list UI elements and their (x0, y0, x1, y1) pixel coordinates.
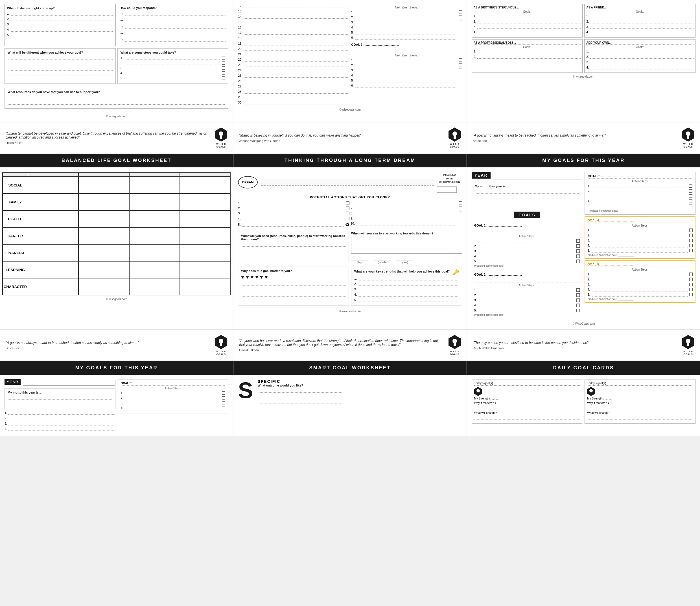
g3-cb-4 (459, 74, 462, 77)
completion-4: Predicted completion date: ___________ (587, 254, 693, 256)
brother-panel: AS A BROTHER/SISTER/UNCLE... Goals: 1. 2… (472, 4, 583, 38)
obstacles-title: What obstacles might come up? (7, 6, 113, 10)
smart-specific-content: SPECIFIC What outcome would you like? (258, 379, 342, 405)
heart-1: ♥ (241, 274, 244, 280)
checkbox-2 (222, 61, 225, 65)
num-19: 19. (238, 42, 349, 45)
g3-cb-6 (459, 84, 462, 87)
nbs-6: 6. (351, 36, 462, 40)
top-left-panel: What obstacles might come up? 1. 2. 3. 4… (0, 0, 233, 122)
wise-logo-text-q2-middle: W I S EGOALS (450, 350, 459, 355)
arrow-icon-2: → (120, 18, 124, 23)
bottom-year-row: YEAR (4, 379, 115, 387)
svg-point-12 (476, 389, 480, 392)
svg-rect-3 (454, 136, 456, 139)
nbs-cb-5 (459, 31, 462, 34)
dream-input-line[interactable] (261, 179, 434, 186)
quote-right-text: "A goal is not always meant to be reache… (473, 134, 606, 137)
strengths-label-2: My Strengths ......... (587, 397, 612, 400)
steps-title: What are some steps you could take? (120, 51, 226, 54)
obstacle-4: 4. (7, 28, 113, 31)
right-copyright: © wisegoals.com (472, 75, 696, 78)
top-middle-panel: 12. 13. 14. 15. 16. 17. 18. 19. 20. 21. … (233, 0, 466, 122)
bottom-goals-left: YEAR My motto this year is... 1. 2. 3. 4… (4, 379, 115, 432)
nbs-cb-2 (459, 16, 462, 19)
goal5-block: GOAL 5: ................................… (585, 260, 696, 303)
action-steps-3: Action Steps: (588, 180, 692, 183)
quote-left-author: Helen Keller (6, 141, 210, 144)
nbs-3: 3. (351, 20, 462, 24)
blg-career-1 (28, 227, 78, 244)
blg-social-3 (129, 177, 180, 193)
nbs-cb-3 (459, 21, 462, 24)
potential-left: 1. 2. 3. 4. 5. ✿ (238, 201, 349, 229)
checkbox-3 (222, 66, 225, 70)
blg-col3 (129, 173, 180, 177)
year-input[interactable] (493, 173, 583, 180)
balanced-life-content: WISE GOALS SOCIAL FAMILY (0, 168, 233, 303)
why-label-2: Why it matters? ♥ (587, 401, 609, 404)
num-22: 22. (238, 57, 349, 62)
goal3-title: GOAL 3: ................................… (588, 174, 692, 179)
action-steps-2: Action Steps: (474, 284, 580, 287)
blg-financial-2 (78, 244, 129, 261)
balanced-life-copyright: © wisegoals.com (2, 298, 231, 301)
respond-5: → (120, 37, 226, 42)
svg-rect-1 (220, 136, 222, 139)
next-best-steps-2-title: Next Best Steps: (351, 54, 462, 57)
imagined-date-box: IMAGINED DATE OF COMPLETION (437, 172, 462, 193)
nbs-cb-1 (459, 10, 462, 14)
card1-content (483, 389, 580, 395)
svg-point-4 (686, 132, 691, 136)
g3-cb-1 (459, 59, 462, 62)
obstacle-2: 2. (7, 17, 113, 21)
step-5: 5. (120, 76, 226, 80)
goal4-block: GOAL 4: ................................… (585, 216, 696, 259)
bottom-goals-content: YEAR My motto this year is... 1. 2. 3. 4… (4, 379, 228, 432)
num-29: 29. (238, 95, 349, 99)
start-input-area[interactable] (351, 237, 462, 254)
long-term-dream-panel: DREAM IMAGINED DATE OF COMPLETION POTENT… (233, 168, 466, 329)
blg-learning-3 (129, 261, 180, 278)
action-steps-1: Action Steps: (474, 235, 580, 238)
change-label-2: What will change? (587, 411, 610, 415)
quote-middle-text: "Magic is believing in yourself, if you … (239, 134, 361, 137)
g3-cb-2 (459, 64, 462, 67)
dream-copyright: © wisegoals.com (238, 310, 462, 313)
g3-nbs-4: 4. (351, 73, 462, 77)
quote-middle-content: "Magic is believing in yourself, if you … (239, 134, 361, 142)
svg-point-13 (589, 389, 593, 392)
imagined-date-input[interactable] (437, 186, 457, 193)
wise-logo-icon-middle (449, 127, 461, 142)
goal4-title: GOAL 4: ................................… (587, 219, 693, 223)
year-label: (year) (401, 261, 408, 264)
bottom-year-input[interactable] (23, 380, 115, 386)
blg-learning-1 (28, 261, 78, 278)
quote-right-author: Bruce Lee (473, 139, 606, 142)
num-20: 20. (238, 47, 349, 51)
arrow-icon-5: → (120, 37, 124, 42)
top-right-panel: AS A BROTHER/SISTER/UNCLE... Goals: 1. 2… (467, 0, 700, 122)
resources-start-row: What will you need (resources, skills, p… (238, 232, 462, 264)
wise-logo-text-q2-left: W I S EGOALS (216, 350, 226, 355)
action-steps-5: Action Steps: (587, 268, 693, 271)
blg-family-2 (78, 193, 129, 210)
why-title: Why does this goal matter to you? (241, 269, 346, 273)
brother-header: AS A BROTHER/SISTER/UNCLE... (474, 6, 581, 9)
blg-learning-label: LEARNING (3, 261, 28, 278)
professional-panel: AS A PROFFESSIONAL/BOSS... Goals: 1. 2. … (472, 39, 583, 73)
card1-logo (474, 387, 482, 396)
balanced-life-header: BALANCED LIFE GOAL WORKSHEET (0, 154, 233, 167)
svg-point-6 (219, 339, 223, 343)
g3-nbs-2: 2. (351, 63, 462, 67)
blg-health-label: HEALTH (3, 210, 28, 227)
num-28: 28. (238, 90, 349, 94)
heart-4: ♥ (255, 274, 258, 280)
svg-rect-7 (220, 343, 222, 346)
friend-goals-label: Goals: (586, 10, 694, 13)
quote-right-content: "A goal is not always meant to be reache… (473, 134, 606, 142)
num-13: 13. (238, 9, 349, 13)
start-date-section: When will you aim to start working towar… (351, 232, 462, 264)
professional-header: AS A PROFFESSIONAL/BOSS... (474, 41, 581, 45)
num-15: 15. (238, 20, 349, 24)
